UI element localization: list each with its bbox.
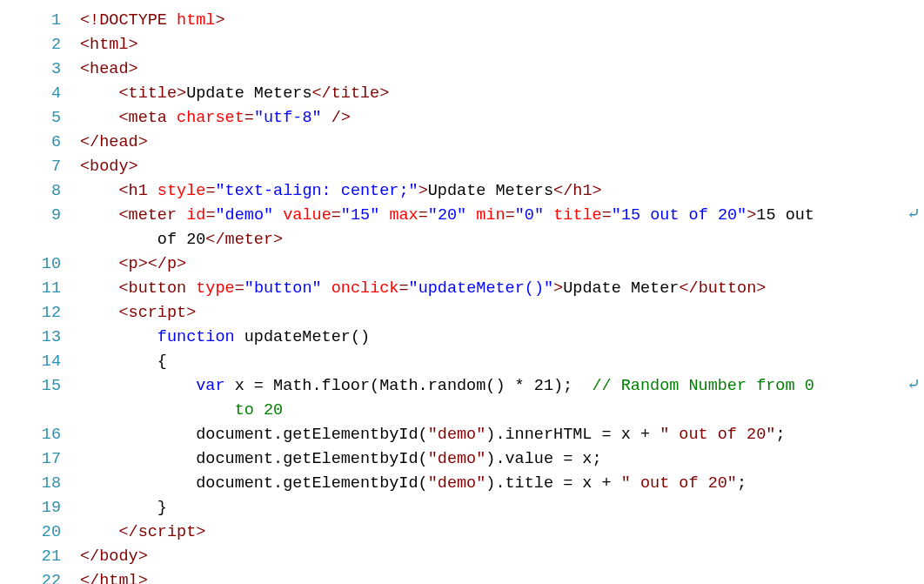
code-line[interactable]: 19 }	[0, 496, 924, 520]
code-line[interactable]: 15 var x = Math.floor(Math.random() * 21…	[0, 374, 924, 399]
token: onclick	[331, 279, 399, 298]
token: ;	[775, 426, 785, 444]
code-line[interactable]: 18 document.getElementbyId("demo").title…	[0, 472, 924, 496]
token: <	[118, 206, 128, 225]
token: body	[90, 158, 128, 176]
token	[322, 109, 331, 127]
code-content[interactable]: <p></p>	[80, 252, 924, 277]
code-line[interactable]: 13 function updateMeter()	[0, 326, 924, 350]
line-number: 14	[0, 350, 80, 374]
token: "button"	[244, 279, 322, 298]
code-content[interactable]: document.getElementbyId("demo").value = …	[80, 447, 924, 472]
token: updateMeter()	[235, 328, 370, 346]
code-line[interactable]: 1<!DOCTYPE html>	[0, 9, 924, 33]
code-line[interactable]: 3<head>	[0, 57, 924, 82]
line-number: 15	[0, 374, 80, 399]
code-line[interactable]: of 20</meter>	[0, 228, 924, 252]
token: "demo"	[428, 426, 486, 444]
line-number: 9	[0, 204, 80, 228]
token: =	[244, 109, 254, 127]
code-content[interactable]: <meta charset="utf-8" />	[80, 106, 924, 131]
token: </	[553, 182, 572, 200]
token: meter	[129, 206, 177, 225]
line-number: 17	[0, 447, 80, 472]
code-line[interactable]: 14 {	[0, 350, 924, 374]
token: </	[205, 231, 224, 249]
code-line[interactable]: 16 document.getElementbyId("demo").inner…	[0, 423, 924, 447]
code-line[interactable]: 20 </script>	[0, 520, 924, 545]
token: button	[699, 279, 757, 298]
code-editor[interactable]: 1<!DOCTYPE html>2<html>3<head>4 <title>U…	[0, 0, 924, 584]
token: ).innerHTML = x +	[485, 426, 660, 444]
token: "text-align: center;"	[215, 182, 418, 200]
token: charset	[177, 109, 244, 127]
token: document.getElementbyId(	[196, 450, 427, 468]
token: =	[331, 206, 341, 225]
token: " out of 20"	[621, 474, 737, 493]
code-line[interactable]: 8 <h1 style="text-align: center;">Update…	[0, 179, 924, 204]
token: x = Math.floor(Math.random() * 21);	[225, 377, 593, 395]
token	[466, 206, 476, 225]
token: "20"	[428, 206, 466, 225]
token: >	[138, 572, 148, 584]
code-content[interactable]: var x = Math.floor(Math.random() * 21); …	[80, 374, 924, 399]
code-content[interactable]: document.getElementbyId("demo").innerHTM…	[80, 423, 924, 447]
token	[544, 206, 553, 225]
token: min	[476, 206, 505, 225]
token: of 20	[157, 231, 206, 249]
token: body	[99, 547, 137, 566]
code-line[interactable]: 11 <button type="button" onclick="update…	[0, 277, 924, 301]
code-content[interactable]: <h1 style="text-align: center;">Update M…	[80, 179, 924, 204]
code-line[interactable]: 22</html>	[0, 569, 924, 584]
code-line[interactable]: 4 <title>Update Meters</title>	[0, 82, 924, 106]
code-line[interactable]: 17 document.getElementbyId("demo").value…	[0, 447, 924, 472]
token: style	[157, 182, 206, 200]
line-number: 5	[0, 106, 80, 131]
code-content[interactable]: <title>Update Meters</title>	[80, 82, 924, 106]
code-line[interactable]: 5 <meta charset="utf-8" />	[0, 106, 924, 131]
code-content[interactable]: {	[80, 350, 924, 374]
code-line[interactable]: 10 <p></p>	[0, 252, 924, 277]
code-content[interactable]: <body>	[80, 155, 924, 179]
code-line[interactable]: to 20	[0, 399, 924, 423]
line-number: 1	[0, 9, 80, 33]
line-number: 12	[0, 301, 80, 326]
line-number: 8	[0, 179, 80, 204]
token: "utf-8"	[254, 109, 322, 127]
token: "0"	[515, 206, 544, 225]
code-content[interactable]: <head>	[80, 57, 924, 82]
code-content[interactable]: </head>	[80, 131, 924, 155]
token	[177, 206, 186, 225]
code-content[interactable]: function updateMeter()	[80, 326, 924, 350]
token: </	[148, 255, 167, 273]
token: >	[138, 547, 148, 566]
code-line[interactable]: 12 <script>	[0, 301, 924, 326]
code-line[interactable]: 2<html>	[0, 33, 924, 57]
token: <	[118, 109, 128, 127]
code-content[interactable]: to 20	[80, 399, 924, 423]
code-line[interactable]: 7<body>	[0, 155, 924, 179]
code-content[interactable]: }	[80, 496, 924, 520]
token: "demo"	[428, 474, 486, 493]
code-content[interactable]: </html>	[80, 569, 924, 584]
code-content[interactable]: <html>	[80, 33, 924, 57]
code-content[interactable]: <button type="button" onclick="updateMet…	[80, 277, 924, 301]
code-content[interactable]: <meter id="demo" value="15" max="20" min…	[80, 204, 924, 228]
code-line[interactable]: 6</head>	[0, 131, 924, 155]
line-number: 20	[0, 520, 80, 545]
code-content[interactable]: </script>	[80, 520, 924, 545]
token: >	[129, 36, 138, 54]
code-content[interactable]: </body>	[80, 545, 924, 569]
code-content[interactable]: <script>	[80, 301, 924, 326]
code-content[interactable]: <!DOCTYPE html>	[80, 9, 924, 33]
code-content[interactable]: document.getElementbyId("demo").title = …	[80, 472, 924, 496]
line-number: 16	[0, 423, 80, 447]
token: id	[186, 206, 205, 225]
token	[379, 206, 389, 225]
code-content[interactable]: of 20</meter>	[80, 228, 924, 252]
code-line[interactable]: 9 <meter id="demo" value="15" max="20" m…	[0, 204, 924, 228]
code-line[interactable]: 21</body>	[0, 545, 924, 569]
line-number: 3	[0, 57, 80, 82]
token: >	[553, 279, 563, 298]
token: <	[80, 158, 90, 176]
